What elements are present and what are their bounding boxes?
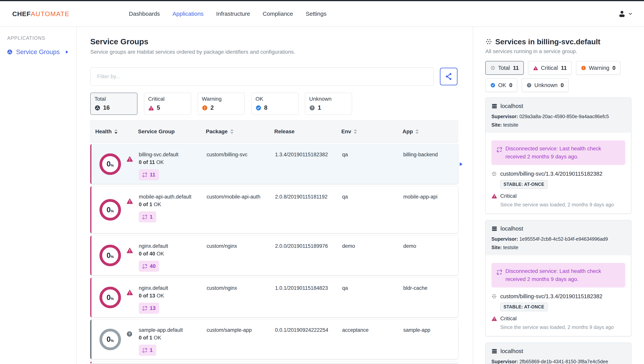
site-name: testsite <box>503 122 518 128</box>
services-detail-panel: Services in billing-svc.default All serv… <box>473 27 644 364</box>
package-cell: custom/nginx <box>206 236 275 275</box>
health-cell: 0% <box>92 278 139 317</box>
nav-settings[interactable]: Settings <box>306 11 326 17</box>
nav-compliance[interactable]: Compliance <box>263 11 293 17</box>
unknown-question-icon <box>309 105 315 111</box>
table-row[interactable]: 0% sample-app.default 0 of 1 OK 1 custom… <box>90 320 458 359</box>
pill-ok[interactable]: OK0 <box>485 78 517 92</box>
app-cell: sample-app <box>403 320 458 359</box>
top-navigation-bar: CHEF AUTOMATE Dashboards Applications In… <box>0 1 644 27</box>
sort-arrows <box>354 129 357 134</box>
health-cell: 0% <box>92 144 139 184</box>
user-icon <box>618 10 626 18</box>
status-card-unknown[interactable]: Unknown 1 <box>305 93 352 115</box>
app-cell: demo <box>403 236 458 275</box>
supervisor-id: 1e95554f-2cb8-4c52-b34f-e94634996ad9 <box>520 236 608 242</box>
sidebar-item-service-groups[interactable]: Service Groups <box>0 46 76 58</box>
column-header-env[interactable]: Env <box>341 129 402 135</box>
release-cell: 2.0.0/20190115189976 <box>275 236 342 275</box>
critical-triangle-icon <box>126 155 133 162</box>
unknown-question-icon <box>126 331 133 337</box>
server-icon <box>492 226 498 232</box>
sidebar-section-label: APPLICATIONS <box>7 35 76 41</box>
env-cell: demo <box>342 236 403 275</box>
sidebar: APPLICATIONS Service Groups <box>0 27 77 364</box>
status-card-total[interactable]: Total 16 <box>90 93 138 115</box>
health-cell: 0% <box>92 320 139 359</box>
status-filter-cards: Total 16 Critical 5 Warning 2 OK 8 Unkno… <box>90 93 458 115</box>
nav-dashboards[interactable]: Dashboards <box>129 11 160 17</box>
page-title: Service Groups <box>90 37 458 46</box>
host-name: localhost <box>500 225 523 232</box>
sidebar-item-label: Service Groups <box>16 48 60 56</box>
broken-link-icon <box>142 214 148 220</box>
sort-arrows <box>114 129 118 134</box>
health-status-row: Critical <box>492 315 625 322</box>
table-row[interactable]: 0% mobile-api-auth.default 0 of 1 OK 1 c… <box>90 186 458 233</box>
pill-critical[interactable]: Critical11 <box>528 61 572 75</box>
app-cell: mobile-app-api <box>403 186 458 233</box>
column-header-release[interactable]: Release <box>274 129 341 135</box>
column-header-app[interactable]: App <box>402 129 458 135</box>
status-card-critical[interactable]: Critical 5 <box>144 93 191 115</box>
filter-input[interactable] <box>90 67 434 86</box>
host-name: localhost <box>500 348 523 354</box>
broken-link-icon <box>142 172 148 177</box>
sort-arrows <box>230 129 234 134</box>
broken-link-icon <box>142 348 148 353</box>
status-card-warning[interactable]: Warning 2 <box>198 93 245 115</box>
health-cell: 0% <box>92 236 139 275</box>
user-menu[interactable] <box>618 10 633 18</box>
service-groups-icon <box>7 49 13 55</box>
column-header-health[interactable]: Health <box>91 129 138 135</box>
critical-triangle-icon <box>126 247 133 254</box>
status-card-label: Warning <box>202 96 240 102</box>
page-subtitle: Service groups are Habitat services orde… <box>90 49 458 55</box>
status-card-count: 2 <box>210 104 214 111</box>
table-row[interactable]: 0% billing-svc.default 0 of 11 OK 11 cus… <box>90 144 458 184</box>
status-card-count: 8 <box>264 104 268 111</box>
critical-triangle-icon <box>126 289 133 296</box>
package-identifier: custom/billing-svc/1.3.4/20190115182382 <box>492 171 625 177</box>
row-detail-caret-icon[interactable] <box>458 161 464 167</box>
status-card-count: 1 <box>318 104 321 111</box>
warning-circle-icon <box>202 105 208 111</box>
package-identifier: custom/billing-svc/1.3.4/20190115182382 <box>492 293 625 299</box>
sort-arrows <box>416 129 418 134</box>
pill-warning[interactable]: Warning0 <box>576 61 620 75</box>
channel-badge: STABLE: AT-ONCE <box>500 303 548 311</box>
package-cell: custom/billing-svc <box>206 144 275 184</box>
status-card-label: Critical <box>148 96 187 102</box>
service-groups-main: Service Groups Service groups are Habita… <box>77 27 473 364</box>
column-header-package[interactable]: Package <box>206 129 274 135</box>
services-dots-icon <box>485 38 492 45</box>
nav-applications[interactable]: Applications <box>172 11 204 17</box>
service-card: localhost Supervisor: 1e95554f-2cb8-4c52… <box>485 220 631 336</box>
filter-row <box>90 67 458 86</box>
service-card-header: localhost Supervisor: 1e95554f-2cb8-4c52… <box>486 220 631 255</box>
supervisor-id: 029a3a8a-20ac-4590-850e-9a4aac86efc5 <box>520 114 609 119</box>
table-row[interactable]: 0% nginx.default 0 of 13 OK 13 custom/ng… <box>90 278 458 317</box>
broken-link-icon <box>142 264 148 269</box>
disconnected-badge: 13 <box>139 303 159 314</box>
status-card-ok[interactable]: OK 8 <box>251 93 298 115</box>
table-row-partially-visible[interactable] <box>90 361 458 363</box>
share-button[interactable] <box>440 68 458 85</box>
services-dots-icon <box>492 171 497 177</box>
nav-infrastructure[interactable]: Infrastructure <box>216 11 250 17</box>
pill-total[interactable]: Total11 <box>485 61 524 75</box>
service-card-body: Disconnected service: Last health check … <box>486 133 631 213</box>
server-icon <box>492 103 498 109</box>
panel-subtitle: All services running in a service group. <box>485 48 631 55</box>
table-row[interactable]: 0% nginx.default 0 of 40 OK 40 custom/ng… <box>90 236 458 275</box>
warning-circle-icon <box>581 65 586 71</box>
server-icon <box>492 348 498 354</box>
release-cell: 1.3.4/20190115182382 <box>275 144 342 184</box>
panel-title: Services in billing-svc.default <box>485 38 631 46</box>
release-cell: 2.0.8/20190115181192 <box>275 186 342 233</box>
chef-automate-logo[interactable]: CHEF AUTOMATE <box>12 10 70 18</box>
column-header-service-group[interactable]: Service Group <box>138 129 206 135</box>
ok-check-icon <box>256 105 262 111</box>
pill-unknown[interactable]: Unknown0 <box>522 78 569 92</box>
critical-triangle-icon <box>533 65 538 71</box>
